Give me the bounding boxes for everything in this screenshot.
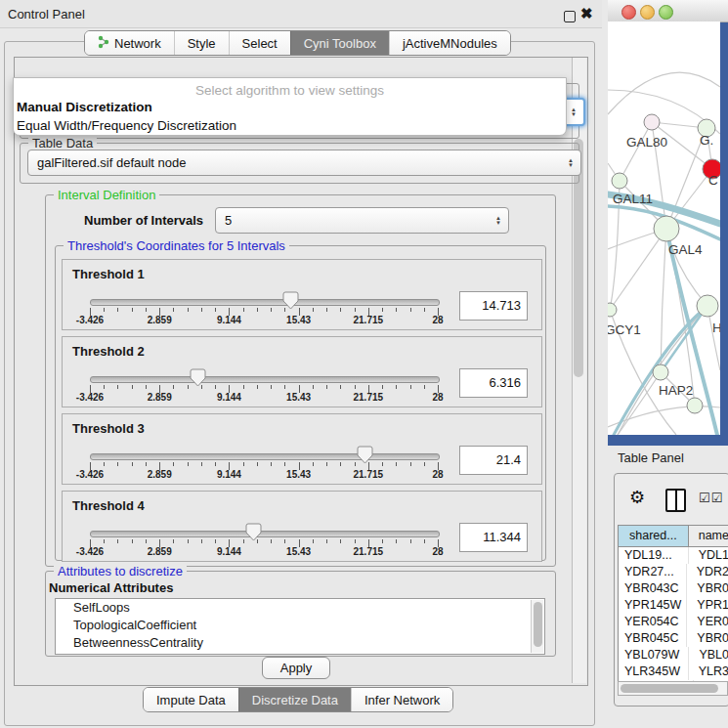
slider-tick — [424, 308, 425, 312]
slider-thumb[interactable] — [245, 523, 262, 541]
threshold-value-field[interactable]: 14.713 — [459, 291, 528, 321]
table-row[interactable]: YBR043CYBR0 — [619, 580, 728, 597]
slider-tick — [132, 385, 133, 389]
slider-tick — [396, 308, 397, 312]
list-scrollbar[interactable] — [531, 600, 543, 653]
table-row[interactable]: YPR145WYPR1 — [619, 597, 728, 614]
network-node[interactable] — [654, 216, 679, 241]
table-row[interactable]: YBL079WYBL0 — [619, 647, 728, 664]
table-row[interactable]: YBR045CYBR0 — [619, 630, 728, 647]
network-node[interactable] — [687, 398, 703, 413]
table-cell-name: YBL0 — [689, 647, 728, 664]
table-data-combobox[interactable]: galFiltered.sif default node ▲▼ — [27, 150, 581, 176]
column-header-name[interactable]: name — [689, 526, 728, 546]
dropdown-prompt-item[interactable]: Select algorithm to view settings — [14, 83, 566, 98]
slider-track[interactable] — [90, 453, 440, 460]
tab-label: jActiveMNodules — [403, 36, 497, 51]
slider-tick — [132, 462, 133, 466]
tab-label: Infer Network — [364, 693, 440, 707]
table-row[interactable]: YLR345WYLR3 — [619, 664, 728, 680]
list-item[interactable]: SelfLoops — [56, 599, 544, 617]
column-header-shared-name[interactable]: shared... — [619, 526, 689, 546]
slider-tick — [188, 462, 189, 466]
tab-style[interactable]: Style — [174, 31, 229, 55]
network-node[interactable] — [644, 114, 660, 130]
slider-tick — [201, 308, 202, 312]
network-node-label: GAL80 — [626, 135, 667, 150]
list-item[interactable]: TopologicalCoefficient — [56, 617, 544, 634]
slider-tick — [326, 539, 327, 543]
network-view-frame: GAL80G.CGAL11GAL4GCY1HHAP2 — [608, 0, 728, 446]
network-edge[interactable] — [608, 72, 720, 114]
slider-thumb[interactable] — [282, 291, 299, 310]
tab-label: Style — [188, 36, 216, 51]
slider-tick — [188, 539, 189, 543]
tab-cyni-toolbox[interactable]: Cyni Toolbox — [290, 31, 389, 55]
network-edge[interactable] — [610, 229, 666, 310]
network-node[interactable] — [612, 173, 627, 189]
horizontal-scrollbar-thumb[interactable] — [621, 684, 718, 693]
close-traffic-light-icon[interactable] — [621, 5, 636, 20]
slider-tick-label: 9.144 — [217, 469, 241, 480]
slider-tick-label: 9.144 — [217, 392, 241, 403]
table-cell-name: YDR2 — [687, 564, 728, 580]
node-table[interactable]: shared... name YDL19...YDL1YDR27...YDR2Y… — [618, 525, 728, 682]
numerical-attributes-list[interactable]: SelfLoopsTopologicalCoefficientBetweenne… — [55, 598, 545, 655]
slider-tick — [201, 462, 202, 466]
slider-tick — [355, 539, 356, 543]
minimize-traffic-light-icon[interactable] — [640, 5, 655, 20]
tab-impute-data[interactable]: Impute Data — [144, 688, 238, 711]
slider-thumb[interactable] — [190, 368, 206, 387]
tab-select[interactable]: Select — [229, 31, 290, 55]
network-node[interactable] — [608, 303, 617, 317]
tab-network[interactable]: Network — [85, 31, 174, 55]
tab-jactivemnodules[interactable]: jActiveMNodules — [389, 31, 510, 55]
slider-tick — [284, 385, 285, 389]
gear-icon[interactable]: ⚙ — [629, 487, 645, 508]
slider-tick — [313, 539, 314, 543]
slider-tick — [396, 462, 397, 466]
table-row[interactable]: YDR27...YDR2 — [619, 564, 728, 580]
table-row[interactable]: YER054CYER0 — [619, 614, 728, 630]
slider-track[interactable] — [90, 299, 440, 306]
zoom-traffic-light-icon[interactable] — [659, 5, 673, 20]
network-canvas[interactable]: GAL80G.CGAL11GAL4GCY1HHAP2 — [608, 21, 720, 435]
slider-tick — [243, 308, 244, 312]
horizontal-scrollbar-track[interactable] — [618, 681, 728, 696]
split-columns-icon[interactable] — [665, 489, 686, 512]
network-node[interactable] — [697, 295, 718, 317]
float-window-icon[interactable] — [564, 11, 576, 22]
threshold-value-field[interactable]: 6.316 — [459, 368, 528, 398]
dropdown-item[interactable]: Manual Discretization — [17, 100, 152, 114]
threshold-value-field[interactable]: 11.344 — [459, 523, 528, 552]
dropdown-item[interactable]: Equal Width/Frequency Discretization — [17, 118, 236, 133]
slider-track[interactable] — [90, 376, 440, 383]
slider-tick — [104, 308, 105, 312]
network-edge[interactable] — [620, 122, 652, 181]
threshold-row: Threshold 3-3.4262.8599.14415.4321.71528… — [62, 413, 542, 485]
close-icon[interactable]: ✖ — [580, 5, 593, 22]
slider-tick-label: 15.43 — [286, 546, 311, 557]
slider-tick — [173, 539, 174, 543]
select-columns-icon[interactable]: ☑☑ — [699, 491, 723, 505]
network-node[interactable] — [653, 364, 668, 380]
tab-label: Network — [114, 36, 161, 51]
tab-discretize-data[interactable]: Discretize Data — [238, 688, 351, 711]
network-node-label: HAP2 — [659, 383, 693, 398]
tab-infer-network[interactable]: Infer Network — [351, 688, 452, 711]
table-data-combobox-value: galFiltered.sif default node — [37, 155, 186, 170]
slider-tick — [215, 539, 216, 543]
slider-tick — [410, 308, 411, 312]
list-item[interactable]: BetweennessCentrality — [56, 634, 544, 652]
slider-thumb[interactable] — [357, 446, 373, 464]
table-row[interactable]: YDL19...YDL1 — [619, 547, 728, 564]
slider-tick — [132, 539, 133, 543]
slider-tick-label: 21.715 — [354, 315, 384, 325]
tab-label: Cyni Toolbox — [304, 36, 376, 51]
apply-button[interactable]: Apply — [262, 657, 330, 679]
slider-tick — [271, 539, 272, 543]
num-intervals-combobox[interactable]: 5 ▲▼ — [215, 207, 509, 234]
threshold-value-field[interactable]: 21.4 — [459, 446, 528, 475]
slider-track[interactable] — [90, 531, 440, 537]
num-intervals-label: Number of Intervals — [84, 213, 203, 228]
